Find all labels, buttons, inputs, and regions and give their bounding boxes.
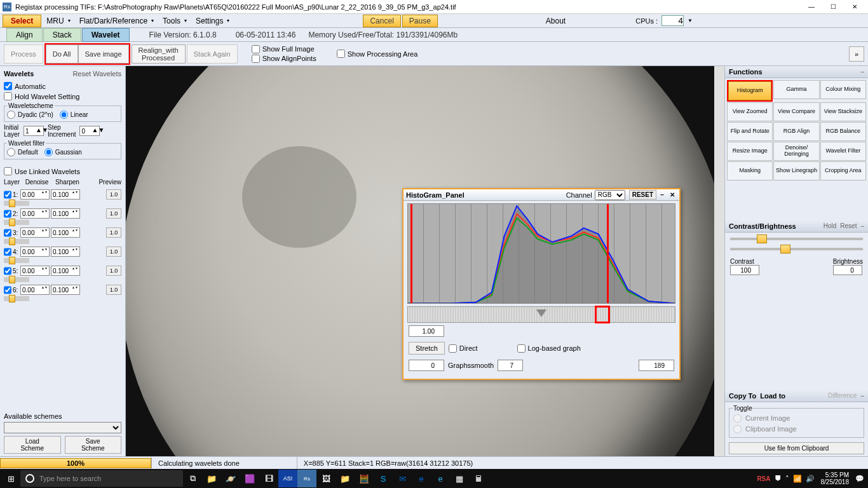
function-rgb-balance[interactable]: RGB Balance bbox=[820, 122, 866, 141]
tray-icon[interactable]: ⛊ bbox=[775, 475, 782, 482]
cpus-input[interactable] bbox=[661, 15, 684, 26]
process-button[interactable]: Process bbox=[4, 44, 43, 64]
function-flip-and-rotate[interactable]: Flip and Rotate bbox=[727, 122, 773, 141]
use-file-clipboard-button[interactable]: Use file from Clipboard bbox=[729, 442, 864, 454]
layer-slider[interactable] bbox=[4, 201, 29, 206]
histogram-right-input[interactable]: 189 bbox=[639, 360, 674, 371]
taskbar-outlook-icon[interactable]: ✉ bbox=[393, 470, 412, 487]
function-gamma[interactable]: Gamma bbox=[773, 80, 819, 99]
denoise-input[interactable]: 0.00▲▼ bbox=[20, 247, 50, 257]
cb-reset-button[interactable]: Reset bbox=[840, 222, 857, 230]
function-view-stacksize[interactable]: View Stacksize bbox=[820, 102, 866, 121]
function-denoise-deringing[interactable]: Denoise/ Deringing bbox=[773, 142, 819, 161]
brightness-slider[interactable] bbox=[730, 248, 863, 250]
denoise-input[interactable]: 0.00▲▼ bbox=[20, 285, 50, 295]
tab-stack[interactable]: Stack bbox=[43, 28, 81, 42]
histogram-reset-button[interactable]: RESET bbox=[629, 190, 656, 200]
histogram-right-clip[interactable] bbox=[607, 204, 609, 303]
close-button[interactable]: ✕ bbox=[844, 1, 865, 13]
function-cropping-area[interactable]: Cropping Area bbox=[820, 161, 866, 180]
layer-enable-check[interactable] bbox=[4, 210, 11, 218]
layer-enable-check[interactable] bbox=[4, 267, 11, 275]
cb-hold-button[interactable]: Hold bbox=[824, 222, 837, 230]
load-scheme-button[interactable]: Load Scheme bbox=[4, 436, 61, 454]
layer-slider[interactable] bbox=[4, 296, 29, 301]
automatic-check[interactable]: Automatic bbox=[4, 82, 121, 90]
denoise-input[interactable]: 0.00▲▼ bbox=[20, 189, 50, 200]
denoise-input[interactable]: 0.00▲▼ bbox=[20, 227, 50, 238]
settings-menu[interactable]: Settings bbox=[192, 15, 233, 27]
histogram-graph[interactable] bbox=[407, 203, 675, 304]
show-processing-area-check[interactable]: Show Processing Area bbox=[337, 50, 418, 58]
more-icon[interactable]: » bbox=[849, 46, 864, 62]
default-filter-radio[interactable]: Default bbox=[7, 148, 38, 156]
function-histogram[interactable]: Histogram bbox=[728, 81, 771, 100]
sharpen-input[interactable]: 0.100▲▼ bbox=[51, 189, 80, 200]
taskbar-clock[interactable]: 5:35 PM8/25/2018 bbox=[818, 471, 852, 485]
taskbar-ie-icon[interactable]: e bbox=[431, 470, 450, 487]
layer-enable-check[interactable] bbox=[4, 191, 11, 199]
taskbar-registax-icon[interactable]: Rs bbox=[297, 470, 316, 487]
rsa-tray-icon[interactable]: RSA bbox=[757, 475, 770, 482]
sharpen-input[interactable]: 0.100▲▼ bbox=[51, 227, 80, 238]
use-linked-wavelets-check[interactable]: Use Linked Wavelets bbox=[4, 167, 121, 175]
task-view-icon[interactable]: ⧉ bbox=[183, 470, 202, 487]
layer-slider[interactable] bbox=[4, 239, 29, 244]
function-masking[interactable]: Masking bbox=[727, 161, 773, 180]
function-view-zoomed[interactable]: View Zoomed bbox=[727, 102, 773, 121]
layer-preview-button[interactable]: 1.0 bbox=[106, 285, 121, 295]
slider-marker-icon[interactable] bbox=[536, 309, 546, 317]
log-graph-check[interactable]: Log-based graph bbox=[517, 344, 581, 353]
load-to-title[interactable]: Load to bbox=[760, 392, 785, 400]
layer-preview-button[interactable]: 1.0 bbox=[106, 266, 121, 276]
current-image-radio[interactable]: Current Image bbox=[733, 414, 860, 423]
taskbar-app-icon[interactable]: AS! bbox=[278, 470, 297, 487]
show-full-image-check[interactable]: Show Full Image bbox=[252, 45, 316, 53]
cancel-button[interactable]: Cancel bbox=[363, 15, 400, 27]
copy-to-title[interactable]: Copy To bbox=[729, 392, 756, 400]
histogram-value-input[interactable]: 1.00 bbox=[409, 325, 444, 337]
contrast-slider[interactable] bbox=[730, 238, 863, 240]
layer-preview-button[interactable]: 1.0 bbox=[106, 208, 121, 219]
function-show-linegraph[interactable]: Show Linegraph bbox=[773, 161, 819, 180]
sharpen-input[interactable]: 0.100▲▼ bbox=[51, 266, 80, 276]
about-menu[interactable]: About bbox=[542, 15, 569, 27]
denoise-input[interactable]: 0.00▲▼ bbox=[20, 266, 50, 276]
do-all-button[interactable]: Do All bbox=[46, 44, 78, 64]
function-rgb-align[interactable]: RGB Align bbox=[773, 122, 819, 141]
panel-minimize-icon[interactable]: – bbox=[860, 68, 864, 76]
tab-wavelet[interactable]: Wavelet bbox=[82, 28, 130, 42]
tab-align[interactable]: Align bbox=[6, 28, 43, 42]
layer-enable-check[interactable] bbox=[4, 286, 11, 294]
denoise-input[interactable]: 0.00▲▼ bbox=[20, 208, 50, 219]
layer-slider[interactable] bbox=[4, 220, 29, 225]
tools-menu[interactable]: Tools bbox=[159, 15, 191, 27]
dyadic-radio[interactable]: Dyadic (2^n) bbox=[7, 111, 53, 119]
flat-dark-menu[interactable]: Flat/Dark/Reference bbox=[76, 15, 158, 27]
sharpen-input[interactable]: 0.100▲▼ bbox=[51, 247, 80, 257]
wifi-icon[interactable]: 📶 bbox=[793, 475, 802, 483]
select-button[interactable]: Select bbox=[3, 15, 41, 27]
tray-up-icon[interactable]: ˄ bbox=[785, 475, 789, 483]
vertical-scrollbar[interactable] bbox=[714, 66, 724, 456]
show-alignpoints-check[interactable]: Show AlignPoints bbox=[252, 55, 316, 63]
realign-button[interactable]: Realign_with Processed bbox=[132, 44, 186, 64]
graphsmooth-left-input[interactable]: 0 bbox=[409, 360, 444, 371]
function-colour-mixing[interactable]: Colour Mixing bbox=[820, 80, 866, 99]
taskbar-app-icon[interactable]: 🖼 bbox=[316, 470, 336, 487]
taskbar-app-icon[interactable]: 📁 bbox=[336, 470, 355, 487]
taskbar-app-icon[interactable]: 🪐 bbox=[221, 470, 240, 487]
function-resize-image[interactable]: Resize Image bbox=[727, 142, 773, 161]
taskbar-app-icon[interactable]: 🧮 bbox=[355, 470, 374, 487]
brightness-input[interactable]: 0 bbox=[833, 265, 862, 275]
notifications-icon[interactable]: 💬 bbox=[855, 475, 864, 483]
start-button[interactable]: ⊞ bbox=[1, 470, 20, 487]
taskbar-search[interactable]: Type here to search bbox=[20, 470, 183, 487]
sharpen-input[interactable]: 0.100▲▼ bbox=[51, 285, 80, 295]
layer-enable-check[interactable] bbox=[4, 248, 11, 256]
layer-slider[interactable] bbox=[4, 277, 29, 282]
chevron-down-icon[interactable]: ▼ bbox=[688, 18, 693, 24]
layer-preview-button[interactable]: 1.0 bbox=[106, 189, 121, 200]
save-image-button[interactable]: Save image bbox=[78, 44, 129, 64]
hold-wavelet-check[interactable]: Hold Wavelet Setting bbox=[4, 92, 121, 100]
